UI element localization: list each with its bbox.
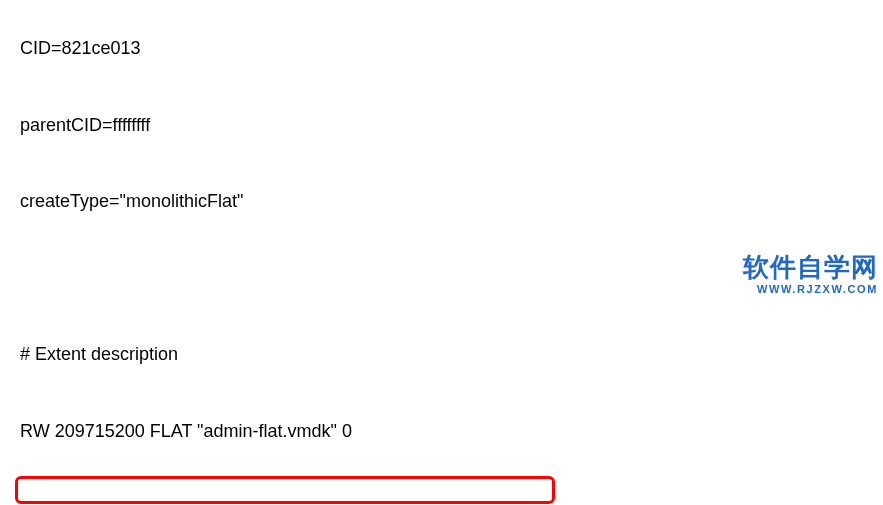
code-line-parentcid: parentCID=ffffffff — [20, 113, 883, 139]
code-line-blank — [20, 495, 883, 505]
watermark-url: WWW.RJZXW.COM — [743, 277, 878, 303]
code-line-extent: RW 209715200 FLAT "admin-flat.vmdk" 0 — [20, 419, 883, 445]
code-line-cid: CID=821ce013 — [20, 36, 883, 62]
code-line-createtype: createType="monolithicFlat" — [20, 189, 883, 215]
watermark: 软件自学网 WWW.RJZXW.COM — [743, 255, 878, 302]
code-line-extent-comment: # Extent description — [20, 342, 883, 368]
